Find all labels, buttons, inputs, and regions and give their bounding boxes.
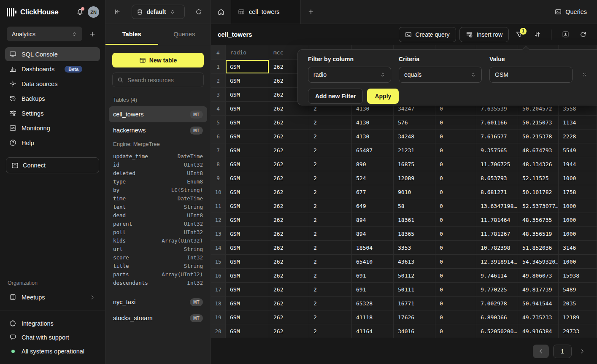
refresh-data-button[interactable] [576,27,590,42]
table-cell[interactable]: 1000 [559,199,597,213]
table-cell[interactable]: 262 [269,227,309,241]
table-cell[interactable]: 12189 [559,310,597,324]
table-cell[interactable]: 50.941544 [518,297,559,310]
table-cell[interactable]: 576 [394,116,435,129]
table-cell[interactable]: 2 [309,213,352,227]
table-cell[interactable]: 1000 [559,213,597,227]
notifications-button[interactable] [76,8,84,16]
workspace-select[interactable]: Analytics [7,27,82,41]
table-cell[interactable]: 691 [352,283,394,297]
table-cell[interactable]: 52.11525 [518,171,559,185]
sidebar-item-monitoring[interactable]: Monitoring [5,121,100,135]
table-cell[interactable]: 12089 [394,171,435,185]
table-cell[interactable]: 9.770225 [476,283,518,297]
table-cell[interactable]: GSM [226,129,269,143]
table-cell[interactable]: 11.781267 [476,227,518,241]
table-cell[interactable]: 2 [309,157,352,171]
table-cell[interactable]: 1944 [559,157,597,171]
table-cell[interactable]: 8.681271 [476,185,518,199]
current-page-button[interactable]: 1 [553,345,572,358]
table-cell[interactable]: 0 [435,324,476,338]
table-cell[interactable]: 0 [435,310,476,324]
table-cell[interactable]: 0 [435,171,476,185]
table-cell[interactable]: 13.6347198… [476,199,518,213]
tab-tables[interactable]: Tables [105,24,158,45]
database-select[interactable]: default [132,5,185,19]
table-cell[interactable]: GSM [226,199,269,213]
table-cell[interactable]: 262 [269,255,309,269]
footer-item-all-systems-operational[interactable]: All systems operational [5,345,100,357]
tab-queries[interactable]: Queries [158,24,211,45]
table-cell[interactable]: 54.3459320… [518,255,559,269]
table-cell[interactable]: 50112 [394,269,435,283]
table-cell[interactable]: 8.653793 [476,171,518,185]
table-cell[interactable]: 65328 [352,297,394,310]
sort-button[interactable] [530,27,544,42]
table-cell[interactable]: 0 [435,269,476,283]
table-cell[interactable]: 0 [435,297,476,310]
table-cell[interactable]: 0 [435,143,476,157]
table-cell[interactable]: 10.782398 [476,241,518,255]
table-cell[interactable]: 21231 [394,143,435,157]
table-cell[interactable]: 41118 [352,310,394,324]
table-cell[interactable]: GSM [226,227,269,241]
table-cell[interactable]: GSM [226,171,269,185]
table-cell[interactable]: 262 [269,116,309,129]
add-workspace-button[interactable] [86,28,98,40]
table-cell[interactable]: 65410 [352,255,394,269]
tab-cell-towers[interactable]: cell_towers [231,0,301,24]
table-cell[interactable]: 691 [352,269,394,283]
table-cell[interactable]: 2 [309,283,352,297]
queries-button[interactable]: Queries [545,0,597,24]
table-cell[interactable]: 0 [435,241,476,255]
prev-page-button[interactable] [533,345,549,358]
table-cell[interactable]: 17626 [394,310,435,324]
sidebar-item-backups[interactable]: Backups [5,92,100,105]
table-cell[interactable]: 18365 [394,227,435,241]
table-cell[interactable]: 262 [269,199,309,213]
table-cell[interactable]: GSM [226,185,269,199]
table-cell[interactable]: 262 [269,129,309,143]
table-cell[interactable]: 50111 [394,283,435,297]
table-cell[interactable]: 11.706725 [476,157,518,171]
table-cell[interactable]: 262 [269,213,309,227]
table-cell[interactable]: 2 [309,129,352,143]
table-cell[interactable]: 9.746114 [476,269,518,283]
sidebar-item-meetups[interactable]: Meetups [5,290,100,304]
filter-criteria-select[interactable]: equals [399,67,482,83]
table-cell[interactable]: 0 [435,213,476,227]
table-cell[interactable]: 48.134326 [518,157,559,171]
table-cell[interactable]: 524 [352,171,394,185]
table-cell[interactable]: 262 [269,283,309,297]
table-cell[interactable]: 0 [435,185,476,199]
table-cell[interactable]: 34016 [394,324,435,338]
table-cell[interactable]: 11.781464 [476,213,518,227]
table-cell[interactable]: 2 [309,227,352,241]
table-cell[interactable]: 2 [309,143,352,157]
table-cell[interactable]: 4130 [352,116,394,129]
table-cell[interactable]: 9.357565 [476,143,518,157]
avatar[interactable]: ZN [88,6,99,18]
table-cell[interactable]: 5489 [559,283,597,297]
table-cell[interactable]: GSM [226,324,269,338]
table-cell[interactable]: 2228 [559,129,597,143]
table-cell[interactable]: 5549 [559,143,597,157]
table-cell[interactable]: 16875 [394,157,435,171]
remove-filter-button[interactable] [582,67,587,83]
table-cell[interactable]: 3353 [394,241,435,255]
table-cell[interactable]: 262 [269,269,309,283]
table-item-cell-towers[interactable]: cell_towers MT [109,106,207,122]
table-cell[interactable]: 262 [269,157,309,171]
insert-row-button[interactable]: Insert row [459,27,509,42]
filter-button[interactable]: 1 [512,27,527,42]
table-cell[interactable]: 48.674793 [518,143,559,157]
table-cell[interactable]: 7.601166 [476,116,518,129]
table-cell[interactable]: 1758 [559,185,597,199]
table-cell[interactable]: GSM [226,157,269,171]
table-cell[interactable]: 0 [435,129,476,143]
filter-value-input[interactable]: GSM [489,67,573,83]
table-cell[interactable]: 649 [352,199,394,213]
table-cell[interactable]: GSM [226,213,269,227]
next-page-button[interactable] [576,345,589,358]
home-button[interactable] [211,0,231,24]
